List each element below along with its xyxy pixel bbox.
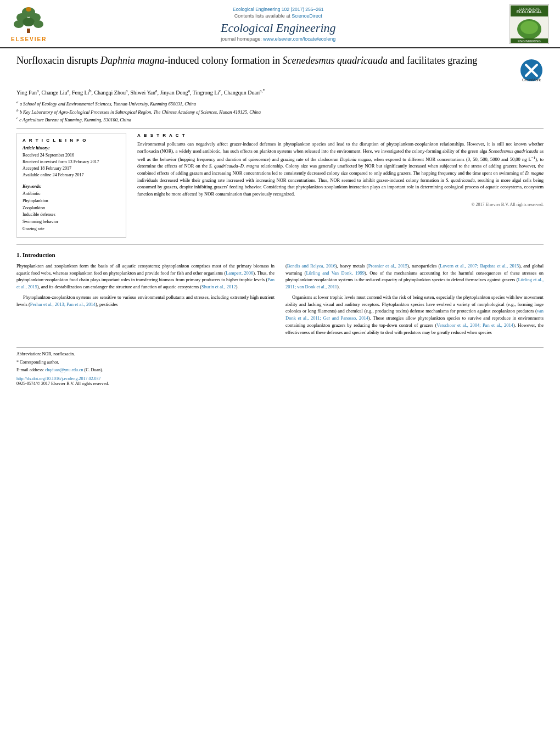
article-info-label: A R T I C L E I N F O bbox=[23, 138, 120, 143]
crossmark-icon: CrossMark bbox=[519, 58, 544, 82]
divider-after-affiliations bbox=[16, 128, 544, 129]
abstract-label: A B S T R A C T bbox=[137, 133, 544, 138]
intro-body: Phytoplankton and zooplankton form the b… bbox=[16, 263, 544, 339]
svg-rect-7 bbox=[27, 29, 30, 33]
info-abstract-section: A R T I C L E I N F O Article history: R… bbox=[16, 133, 544, 238]
intro-col2: (Bendis and Relyea, 2016), heavy metals … bbox=[285, 263, 544, 339]
svg-text:CrossMark: CrossMark bbox=[522, 78, 541, 82]
section-divider-intro bbox=[16, 244, 544, 245]
journal-center: Ecological Engineering 102 (2017) 255–26… bbox=[47, 7, 509, 42]
intro-section-title: Introduction bbox=[23, 252, 55, 258]
keyword-antibiotic: Antibiotic bbox=[23, 191, 120, 198]
email-note: E-mail address: chqduan@ynu.edu.cn (C. D… bbox=[16, 367, 544, 373]
elsevier-logo: ELSEVIER bbox=[11, 7, 47, 42]
elsevier-name: ELSEVIER bbox=[11, 36, 47, 42]
keywords-label: Keywords: bbox=[23, 184, 120, 189]
article-info-column: A R T I C L E I N F O Article history: R… bbox=[16, 133, 126, 238]
intro-heading: 1. Introduction bbox=[16, 252, 544, 258]
main-content: 1. Introduction Phytoplankton and zoopla… bbox=[16, 252, 544, 339]
svg-text:ENGINEERING: ENGINEERING bbox=[518, 40, 541, 43]
affiliations: a a School of Ecology and Environmental … bbox=[16, 99, 544, 124]
sciencedirect-label: Contents lists available at ScienceDirec… bbox=[58, 13, 499, 19]
available-date: Available online 24 February 2017 bbox=[23, 172, 120, 178]
keyword-zooplankton: Zooplankton bbox=[23, 205, 120, 212]
abstract-section: A B S T R A C T Environmental pollutants… bbox=[137, 133, 544, 238]
svg-text:ECOLOGICAL: ECOLOGICAL bbox=[518, 7, 540, 10]
intro-section-number: 1. bbox=[16, 252, 21, 258]
keywords-section: Keywords: Antibiotic Phytoplankton Zoopl… bbox=[23, 184, 120, 233]
elsevier-tree-icon bbox=[11, 7, 47, 35]
intro-col2-p2: Organisms at lower trophic levels must c… bbox=[285, 294, 544, 336]
svg-point-14 bbox=[520, 21, 538, 34]
keyword-grazing: Grazing rate bbox=[23, 226, 120, 233]
issn-line: 0925-8574/© 2017 Elsevier B.V. All right… bbox=[16, 381, 109, 386]
article-body: Norfloxacin disrupts Daphnia magna-induc… bbox=[0, 48, 560, 392]
doi-link[interactable]: http://dx.doi.org/10.1016/j.ecoleng.2017… bbox=[16, 376, 100, 381]
corresponding-note: * Corresponding author. bbox=[16, 359, 544, 365]
journal-header: ELSEVIER Ecological Engineering 102 (201… bbox=[0, 0, 560, 48]
keyword-phytoplankton: Phytoplankton bbox=[23, 198, 120, 205]
svg-point-8 bbox=[26, 7, 31, 12]
accepted-date: Accepted 18 February 2017 bbox=[23, 165, 120, 172]
intro-p2: Phytoplankton-zooplankton systems are se… bbox=[16, 294, 275, 308]
article-title: Norfloxacin disrupts Daphnia magna-induc… bbox=[16, 54, 519, 68]
history-label: Article history: bbox=[23, 146, 120, 150]
email-link[interactable]: chqduan@ynu.edu.cn bbox=[45, 367, 83, 372]
revised-date: Received in revised form 13 February 201… bbox=[23, 159, 120, 165]
journal-title: Ecological Engineering bbox=[58, 21, 499, 35]
keyword-swimming: Swimming behavior bbox=[23, 219, 120, 226]
intro-col2-p1: (Bendis and Relyea, 2016), heavy metals … bbox=[285, 263, 544, 291]
article-history: Article history: Received 24 September 2… bbox=[23, 146, 120, 178]
intro-p1: Phytoplankton and zooplankton form the b… bbox=[16, 263, 275, 291]
eco-eng-logo-icon: ECOLOGICAL ECOLOGICAL ENGINEERING ENGINE… bbox=[509, 4, 549, 44]
journal-ref: Ecological Engineering 102 (2017) 255–26… bbox=[58, 7, 499, 13]
svg-point-5 bbox=[23, 18, 35, 26]
doi-area: http://dx.doi.org/10.1016/j.ecoleng.2017… bbox=[16, 376, 544, 386]
keyword-inducible: Inducible defenses bbox=[23, 211, 120, 219]
authors-line: Ying Pana, Change Liua, Feng Lib, Changq… bbox=[16, 88, 544, 97]
svg-text:ECOLOGICAL: ECOLOGICAL bbox=[517, 10, 542, 14]
journal-homepage: journal homepage: www.elsevier.com/locat… bbox=[58, 36, 499, 42]
svg-point-6 bbox=[33, 20, 43, 28]
crossmark-logo: CrossMark bbox=[519, 58, 544, 82]
article-title-section: Norfloxacin disrupts Daphnia magna-induc… bbox=[16, 54, 544, 82]
abstract-text: Environmental pollutants can negatively … bbox=[137, 141, 544, 198]
copyright-line: © 2017 Elsevier B.V. All rights reserved… bbox=[137, 202, 544, 207]
eco-eng-logo: ECOLOGICAL ECOLOGICAL ENGINEERING ENGINE… bbox=[509, 4, 549, 44]
abbreviation-note: Abbreviation: NOR, norfloxacin. bbox=[16, 351, 544, 357]
page-wrapper: ELSEVIER Ecological Engineering 102 (201… bbox=[0, 0, 560, 392]
received-date: Received 24 September 2016 bbox=[23, 152, 120, 159]
footnotes-area: Abbreviation: NOR, norfloxacin. * Corres… bbox=[16, 347, 544, 373]
svg-point-4 bbox=[14, 20, 24, 28]
intro-col1: Phytoplankton and zooplankton form the b… bbox=[16, 263, 275, 339]
article-info-box: A R T I C L E I N F O Article history: R… bbox=[16, 133, 126, 238]
